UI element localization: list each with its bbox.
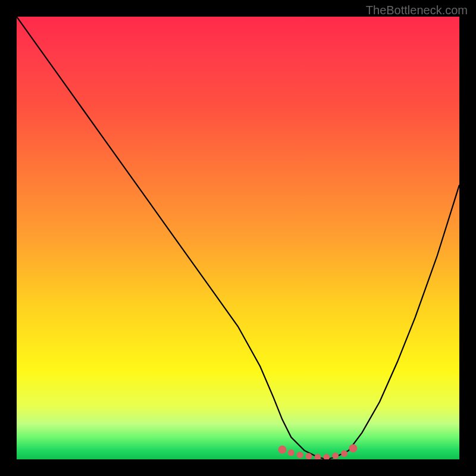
curve-marker	[288, 449, 295, 456]
curve-marker	[314, 454, 321, 459]
chart-area	[17, 17, 459, 459]
curve-marker	[332, 453, 339, 459]
curve-marker	[297, 452, 303, 458]
curve-marker	[323, 454, 330, 459]
curve-markers	[278, 444, 357, 459]
curve-marker	[349, 444, 357, 452]
curve-marker	[341, 450, 347, 457]
curve-svg	[17, 17, 459, 459]
bottleneck-curve	[17, 17, 459, 459]
curve-marker	[278, 446, 286, 454]
curve-marker	[306, 453, 312, 459]
watermark-text: TheBottleneck.com	[366, 4, 468, 17]
